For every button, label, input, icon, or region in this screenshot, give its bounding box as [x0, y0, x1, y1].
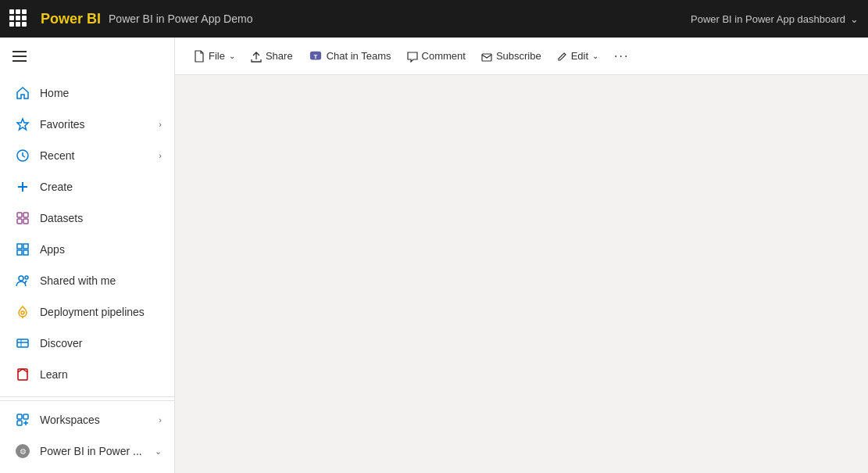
file-chevron: ⌄: [229, 52, 235, 60]
subscribe-icon: [481, 50, 492, 63]
hamburger-icon: [13, 51, 27, 62]
more-button[interactable]: ···: [608, 44, 635, 69]
share-button[interactable]: Share: [245, 44, 299, 69]
sidebar-item-create[interactable]: Create: [0, 171, 174, 202]
svg-marker-0: [17, 119, 28, 130]
sidebar-item-shared[interactable]: Shared with me: [0, 265, 174, 296]
topbar: Power BI Power BI in Power App Demo Powe…: [0, 0, 868, 38]
file-button[interactable]: File ⌄: [188, 44, 241, 69]
sidebar-item-favorites[interactable]: Favorites ›: [0, 109, 174, 140]
toolbar: File ⌄ Share T: [175, 38, 868, 75]
sidebar-bottom: Workspaces › ⚙ Power BI in Power ... ⌄: [0, 400, 174, 473]
svg-rect-5: [23, 213, 28, 217]
subscribe-label: Subscribe: [496, 50, 541, 62]
comment-button[interactable]: Comment: [401, 44, 472, 69]
sidebar-item-home[interactable]: Home: [0, 77, 174, 109]
chevron-down-icon: ⌄: [155, 446, 162, 457]
sidebar-nav: Home Favorites ›: [0, 74, 174, 393]
svg-rect-11: [23, 250, 28, 255]
chevron-right-icon: ›: [159, 151, 162, 160]
svg-rect-7: [23, 219, 28, 224]
subscribe-button[interactable]: Subscribe: [475, 44, 548, 69]
file-icon: [194, 49, 205, 63]
sidebar-toggle-button[interactable]: [0, 38, 174, 74]
create-icon: [15, 179, 30, 195]
svg-point-13: [25, 276, 28, 279]
sidebar: Home Favorites ›: [0, 38, 175, 473]
sidebar-item-label: Recent: [40, 149, 149, 162]
edit-label: Edit: [571, 50, 588, 62]
deployment-icon: [15, 304, 30, 320]
workspaces-icon: [15, 412, 30, 428]
discover-icon: [15, 335, 30, 351]
datasets-icon: [15, 210, 30, 226]
more-label: ···: [614, 49, 629, 63]
chat-teams-label: Chat in Teams: [327, 50, 391, 62]
svg-rect-4: [17, 213, 22, 217]
main-content: [175, 75, 868, 473]
share-label: Share: [266, 50, 293, 62]
svg-text:⚙: ⚙: [20, 447, 27, 456]
edit-icon: [557, 50, 567, 63]
svg-rect-8: [17, 244, 22, 249]
svg-rect-9: [23, 244, 28, 249]
svg-rect-6: [17, 219, 22, 224]
svg-rect-16: [17, 339, 28, 347]
sidebar-divider: [0, 396, 174, 397]
svg-text:T: T: [313, 53, 317, 60]
sidebar-item-label: Favorites: [40, 118, 149, 131]
learn-icon: [15, 367, 30, 382]
svg-point-14: [21, 311, 24, 314]
comment-icon: [407, 49, 418, 62]
brand-logo: Power BI: [41, 11, 101, 27]
powerbi-power-icon: ⚙: [15, 443, 30, 459]
apps-icon: [15, 242, 30, 257]
sidebar-item-workspaces[interactable]: Workspaces ›: [0, 404, 174, 435]
dashboard-label: Power BI in Power App dashboard: [691, 13, 845, 25]
sidebar-item-learn[interactable]: Learn: [0, 359, 174, 390]
recent-icon: [15, 148, 30, 163]
shared-icon: [15, 273, 30, 288]
sidebar-item-label: Datasets: [40, 212, 162, 224]
app-title: Power BI in Power App Demo: [109, 13, 252, 25]
sidebar-item-label: Apps: [40, 243, 162, 256]
favorites-icon: [15, 116, 30, 132]
waffle-icon[interactable]: [9, 9, 28, 28]
main-layout: Home Favorites ›: [0, 38, 868, 473]
svg-point-12: [19, 276, 23, 281]
dashboard-chevron: ⌄: [850, 13, 859, 25]
svg-rect-24: [17, 421, 22, 425]
teams-icon: T: [309, 49, 323, 63]
sidebar-item-label: Power BI in Power ...: [40, 445, 145, 457]
sidebar-item-apps[interactable]: Apps: [0, 234, 174, 265]
sidebar-item-label: Learn: [40, 368, 162, 381]
dashboard-selector[interactable]: Power BI in Power App dashboard ⌄: [691, 13, 859, 25]
svg-rect-23: [23, 414, 28, 419]
chevron-right-icon: ›: [159, 415, 162, 425]
share-icon: [251, 49, 262, 62]
sidebar-item-label: Home: [40, 87, 162, 99]
sidebar-item-label: Create: [40, 181, 162, 193]
comment-label: Comment: [422, 50, 466, 62]
svg-rect-10: [17, 250, 22, 255]
chat-teams-button[interactable]: T Chat in Teams: [302, 44, 398, 69]
svg-rect-22: [17, 414, 22, 419]
sidebar-item-recent[interactable]: Recent ›: [0, 140, 174, 171]
home-icon: [15, 85, 30, 101]
file-label: File: [209, 50, 225, 62]
edit-button[interactable]: Edit ⌄: [551, 44, 605, 69]
content-area: File ⌄ Share T: [175, 38, 868, 473]
sidebar-item-discover[interactable]: Discover: [0, 328, 174, 359]
sidebar-item-label: Discover: [40, 337, 162, 349]
sidebar-item-deployment[interactable]: Deployment pipelines: [0, 296, 174, 328]
chevron-right-icon: ›: [159, 120, 162, 129]
edit-chevron: ⌄: [592, 52, 598, 60]
sidebar-item-powerbi-power[interactable]: ⚙ Power BI in Power ... ⌄: [0, 435, 174, 467]
sidebar-item-datasets[interactable]: Datasets: [0, 202, 174, 234]
sidebar-item-label: Workspaces: [40, 414, 149, 426]
sidebar-item-label: Deployment pipelines: [40, 306, 162, 318]
sidebar-item-label: Shared with me: [40, 274, 162, 287]
